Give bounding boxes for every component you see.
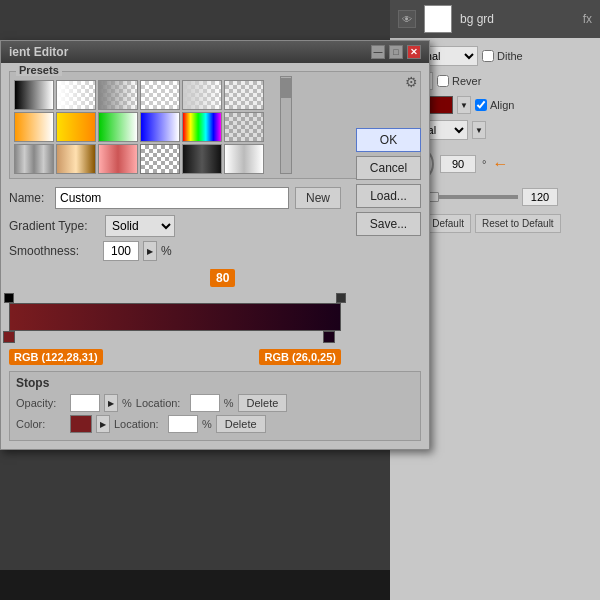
right-panel-topbar: 👁 bg grd fx — [390, 0, 600, 38]
opacity-stop-right[interactable] — [336, 293, 346, 303]
color-location-input[interactable] — [168, 415, 198, 433]
reverse-label: Rever — [452, 75, 481, 87]
preset-item-transparent3[interactable] — [140, 80, 180, 110]
presets-grid — [14, 80, 276, 174]
opacity-stop-input[interactable] — [70, 394, 100, 412]
minimize-button[interactable]: — — [371, 45, 385, 59]
opacity-stops-row — [9, 289, 341, 303]
opacity-pct: % — [122, 397, 132, 409]
layer-thumbnail — [424, 5, 452, 33]
opacity-stop-label: Opacity: — [16, 397, 66, 409]
preset-item-orange[interactable] — [14, 112, 54, 142]
gradient-preview-bar[interactable] — [9, 303, 341, 331]
save-button[interactable]: Save... — [356, 212, 421, 236]
color-stop-left[interactable] — [3, 331, 15, 343]
layer-name: bg grd — [460, 12, 575, 26]
reverse-checkbox[interactable] — [437, 75, 449, 87]
smoothness-arrow-btn[interactable]: ▶ — [143, 241, 157, 261]
swatch-dropdown-btn[interactable]: ▼ — [457, 96, 471, 114]
name-label: Name: — [9, 191, 49, 205]
preset-item-bw[interactable] — [14, 80, 54, 110]
color-delete-button[interactable]: Delete — [216, 415, 266, 433]
presets-label: Presets — [16, 64, 62, 76]
opacity-arrow-btn[interactable]: ▶ — [104, 394, 118, 412]
cancel-button[interactable]: Cancel — [356, 156, 421, 180]
color-stops-row — [9, 331, 341, 347]
gradient-type-select[interactable]: Solid Noise — [105, 215, 175, 237]
preset-item-transparent4[interactable] — [182, 80, 222, 110]
preset-item-metallic1[interactable] — [14, 144, 54, 174]
dialog-actions: OK Cancel Load... Save... — [356, 128, 421, 236]
preset-item-dark[interactable] — [182, 144, 222, 174]
opacity-stop-left[interactable] — [4, 293, 14, 303]
preset-item-yellow[interactable] — [56, 112, 96, 142]
preset-item-transparent5[interactable] — [224, 80, 264, 110]
preset-item-transparent2[interactable] — [98, 80, 138, 110]
position-badge: 80 — [210, 269, 235, 287]
color-stop-labels: RGB (122,28,31) RGB (26,0,25) — [9, 349, 341, 365]
color-stop-row: Color: ▶ Location: % Delete — [16, 415, 340, 433]
gradient-type-label: Gradient Type: — [9, 219, 99, 233]
close-button[interactable]: ✕ — [407, 45, 421, 59]
fx-label: fx — [583, 12, 592, 26]
dither-checkbox-label: Dithe — [482, 50, 523, 62]
preset-item-pink[interactable] — [98, 144, 138, 174]
smoothness-row: Smoothness: 100 ▶ % — [9, 241, 421, 261]
badge-container: 80 — [210, 269, 220, 275]
preset-item-green[interactable] — [98, 112, 138, 142]
gradient-editor-dialog: ient Editor — □ ✕ Presets ⚙ — [0, 40, 430, 450]
opacity-location-input[interactable] — [190, 394, 220, 412]
color-stop-right[interactable] — [323, 331, 335, 343]
angle-input[interactable]: 90 — [440, 155, 476, 173]
preset-item-checker2[interactable] — [140, 144, 180, 174]
opacity-delete-button[interactable]: Delete — [238, 394, 288, 412]
right-color-label: RGB (26,0,25) — [259, 349, 341, 365]
load-button[interactable]: Load... — [356, 184, 421, 208]
gradient-bar-area: 80 RGB (122,28,31) RGB (26,0,25) — [9, 269, 421, 365]
left-color-label: RGB (122,28,31) — [9, 349, 103, 365]
presets-scrollbar-thumb — [281, 78, 291, 98]
dither-label: Dithe — [497, 50, 523, 62]
color-arrow-btn[interactable]: ▶ — [96, 415, 110, 433]
reset-default-button[interactable]: Reset to Default — [475, 214, 561, 233]
smoothness-input[interactable]: 100 — [103, 241, 139, 261]
gradient-name-input[interactable] — [55, 187, 289, 209]
opacity-loc-pct: % — [224, 397, 234, 409]
preset-item-transparent1[interactable] — [56, 80, 96, 110]
color-stop-label: Color: — [16, 418, 66, 430]
layer-visibility-icon[interactable]: 👁 — [398, 10, 416, 28]
align-checkbox-label: Align — [475, 99, 514, 111]
stops-title: Stops — [16, 376, 340, 390]
preset-item-rainbow[interactable] — [182, 112, 222, 142]
dither-checkbox[interactable] — [482, 50, 494, 62]
angle-annotation-arrow: ← — [492, 155, 508, 173]
dialog-titlebar: ient Editor — □ ✕ — [1, 41, 429, 63]
stops-section: Stops Opacity: ▶ % Location: % Delete Co… — [9, 371, 421, 441]
align-label: Align — [490, 99, 514, 111]
degree-symbol: ° — [482, 158, 486, 170]
scale-input[interactable]: 120 — [522, 188, 558, 206]
align-checkbox[interactable] — [475, 99, 487, 111]
opacity-stop-row: Opacity: ▶ % Location: % Delete — [16, 394, 340, 412]
reverse-checkbox-label: Rever — [437, 75, 481, 87]
maximize-button[interactable]: □ — [389, 45, 403, 59]
preset-item-light[interactable] — [224, 144, 264, 174]
smoothness-label: Smoothness: — [9, 244, 99, 258]
color-stop-swatch[interactable] — [70, 415, 92, 433]
dialog-title: ient Editor — [9, 45, 68, 59]
presets-scrollbar[interactable] — [280, 76, 292, 174]
style-dropdown-btn[interactable]: ▼ — [472, 121, 486, 139]
ok-button[interactable]: OK — [356, 128, 421, 152]
presets-gear-icon[interactable]: ⚙ — [405, 74, 418, 90]
opacity-location-label: Location: — [136, 397, 186, 409]
preset-item-metallic2[interactable] — [56, 144, 96, 174]
smoothness-pct: % — [161, 244, 172, 258]
preset-item-blue[interactable] — [140, 112, 180, 142]
color-loc-pct: % — [202, 418, 212, 430]
color-location-label: Location: — [114, 418, 164, 430]
new-button[interactable]: New — [295, 187, 341, 209]
preset-item-checker[interactable] — [224, 112, 264, 142]
